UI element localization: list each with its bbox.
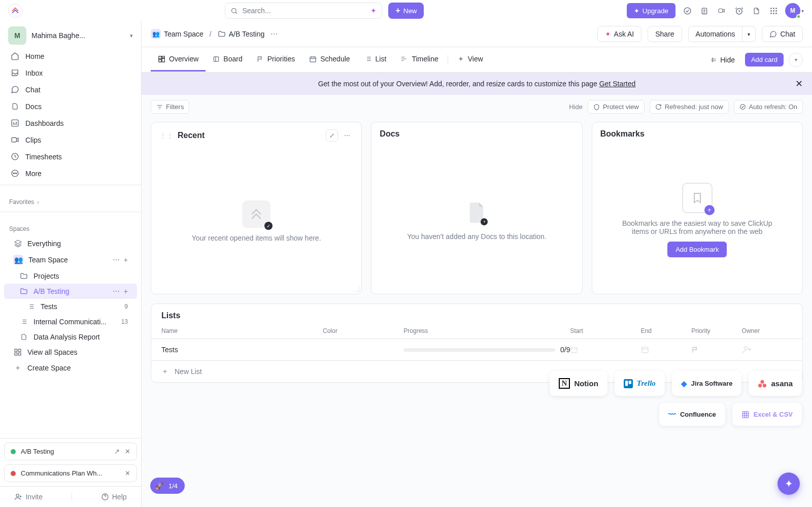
tab-overview[interactable]: Overview xyxy=(151,48,206,72)
hide-toggle[interactable]: Hide xyxy=(705,53,740,67)
chat-icon xyxy=(10,85,19,94)
lists-header: Name Color Progress Start End Priority O… xyxy=(151,325,802,339)
assign-icon[interactable] xyxy=(742,345,751,354)
nav-clips[interactable]: Clips xyxy=(0,131,141,148)
plus-icon[interactable]: + xyxy=(124,287,128,295)
help-button[interactable]: Help xyxy=(101,493,127,501)
open-icon[interactable]: ↗ xyxy=(114,448,120,455)
tab-timeline[interactable]: Timeline xyxy=(393,48,445,72)
add-card-dropdown[interactable]: ▾ xyxy=(789,53,803,67)
svg-rect-28 xyxy=(162,56,164,57)
onboarding-progress[interactable]: 🚀 1/4 xyxy=(150,478,185,494)
favorites-section[interactable]: Favorites› xyxy=(0,188,141,209)
tab-schedule[interactable]: Schedule xyxy=(302,48,357,72)
nav-inbox[interactable]: Inbox xyxy=(0,64,141,81)
plus-icon[interactable]: + xyxy=(124,256,128,264)
svg-point-0 xyxy=(232,8,236,13)
more-icon[interactable]: ⋯ xyxy=(113,287,120,295)
tab-board[interactable]: Board xyxy=(206,48,249,72)
automations-dropdown[interactable]: ▾ xyxy=(742,26,756,42)
refreshed-label[interactable]: Refreshed: just now xyxy=(650,100,729,114)
create-space[interactable]: ＋Create Space xyxy=(4,360,137,376)
alarm-icon[interactable] xyxy=(733,5,745,16)
bottom-card-comm-plan[interactable]: Communications Plan Wh... ✕ xyxy=(4,464,137,482)
search-input[interactable]: Search... ✦ xyxy=(225,3,382,19)
more-icon[interactable]: ⋯ xyxy=(113,256,120,264)
integration-excel[interactable]: Excel & CSV xyxy=(732,403,802,426)
svg-point-8 xyxy=(770,10,772,12)
tab-add-view[interactable]: ＋View xyxy=(450,47,490,72)
tree-team-space[interactable]: 👥Team Space⋯+ xyxy=(4,251,137,268)
crumb-team-space[interactable]: 👥Team Space xyxy=(151,29,204,39)
doc-icon[interactable] xyxy=(751,5,762,16)
flag-icon[interactable] xyxy=(691,346,699,354)
check-circle-icon[interactable] xyxy=(682,5,693,16)
more-icon[interactable]: ⋯ xyxy=(341,129,353,142)
grid-icon xyxy=(13,348,22,356)
nav-timesheets[interactable]: Timesheets xyxy=(0,148,141,165)
upgrade-button[interactable]: ✦ Upgrade xyxy=(627,3,675,18)
workspace-switcher[interactable]: M Mahima Baghe... ▾ xyxy=(0,21,141,48)
notepad-icon[interactable] xyxy=(699,5,710,16)
automations-button[interactable]: Automations xyxy=(688,26,743,42)
integration-asana[interactable]: asana xyxy=(749,371,802,396)
auto-refresh-toggle[interactable]: Auto refresh: On xyxy=(734,100,803,114)
protect-view-button[interactable]: Protect view xyxy=(588,100,645,114)
view-all-spaces[interactable]: View all Spaces xyxy=(4,345,137,360)
integration-notion[interactable]: NNotion xyxy=(550,371,607,396)
add-card-button[interactable]: Add card xyxy=(745,53,784,66)
nav-more[interactable]: More xyxy=(0,165,141,182)
chat-icon xyxy=(769,30,777,38)
avatar[interactable]: M xyxy=(785,3,800,18)
close-icon[interactable]: ✕ xyxy=(795,78,803,89)
doc-icon xyxy=(19,333,28,341)
app-logo[interactable] xyxy=(8,4,22,18)
tab-list[interactable]: List xyxy=(357,48,394,72)
drag-handle-icon[interactable]: ⋮⋮ xyxy=(159,131,174,140)
nav-docs[interactable]: Docs xyxy=(0,98,141,115)
nav-chat[interactable]: Chat xyxy=(0,81,141,98)
calendar-icon[interactable] xyxy=(641,346,649,354)
list-row[interactable]: Tests 0/9 xyxy=(151,339,802,361)
hide-link[interactable]: Hide xyxy=(569,103,583,111)
more-icon xyxy=(10,169,19,178)
crumb-ab-testing[interactable]: A/B Testing xyxy=(218,30,265,38)
video-icon[interactable] xyxy=(716,5,727,16)
calendar-icon[interactable] xyxy=(570,346,578,354)
tab-priorities[interactable]: Priorities xyxy=(250,48,302,72)
tree-data-analysis[interactable]: Data Analysis Report xyxy=(4,329,137,345)
tree-internal-comm[interactable]: Internal Communicati...13 xyxy=(4,314,137,329)
nav-dashboards[interactable]: Dashboards xyxy=(0,115,141,131)
invite-button[interactable]: Invite xyxy=(14,493,42,501)
integration-jira[interactable]: ◆Jira Software xyxy=(672,371,742,396)
integration-confluence[interactable]: 〰Confluence xyxy=(659,403,725,426)
dashboard-icon xyxy=(10,119,19,127)
new-button[interactable]: + New xyxy=(388,3,424,19)
bottom-card-ab-testing[interactable]: A/B Testing ↗ ✕ xyxy=(4,443,137,460)
tree-tests[interactable]: Tests9 xyxy=(4,299,137,314)
close-icon[interactable]: ✕ xyxy=(125,469,130,477)
ask-ai-button[interactable]: ✦Ask AI xyxy=(597,26,642,42)
empty-text: Your recent opened items will show here. xyxy=(192,234,321,242)
expand-icon[interactable]: ⤢ xyxy=(326,129,338,142)
tree-everything[interactable]: Everything xyxy=(4,235,137,251)
chat-button[interactable]: Chat xyxy=(762,26,803,42)
tree-ab-testing[interactable]: A/B Testing⋯+ xyxy=(4,284,137,299)
nav-home[interactable]: Home xyxy=(0,48,141,64)
share-button[interactable]: Share xyxy=(648,26,682,42)
add-bookmark-button[interactable]: Add Bookmark xyxy=(667,242,727,257)
integration-trello[interactable]: Trello xyxy=(615,371,665,396)
get-started-link[interactable]: Get Started xyxy=(599,80,636,88)
flag-icon xyxy=(257,55,264,63)
tree-projects[interactable]: Projects xyxy=(4,268,137,284)
ai-fab[interactable]: ✦ xyxy=(777,472,800,495)
filters-button[interactable]: Filters xyxy=(151,100,189,114)
chevron-down-icon[interactable]: ▾ xyxy=(801,8,804,14)
folder-icon xyxy=(218,30,226,38)
resize-handle-icon[interactable] xyxy=(353,286,359,292)
more-icon[interactable]: ⋯ xyxy=(270,30,278,38)
folder-icon xyxy=(19,272,28,280)
apps-icon[interactable] xyxy=(768,5,779,16)
close-icon[interactable]: ✕ xyxy=(125,448,130,455)
clips-icon xyxy=(10,136,19,144)
